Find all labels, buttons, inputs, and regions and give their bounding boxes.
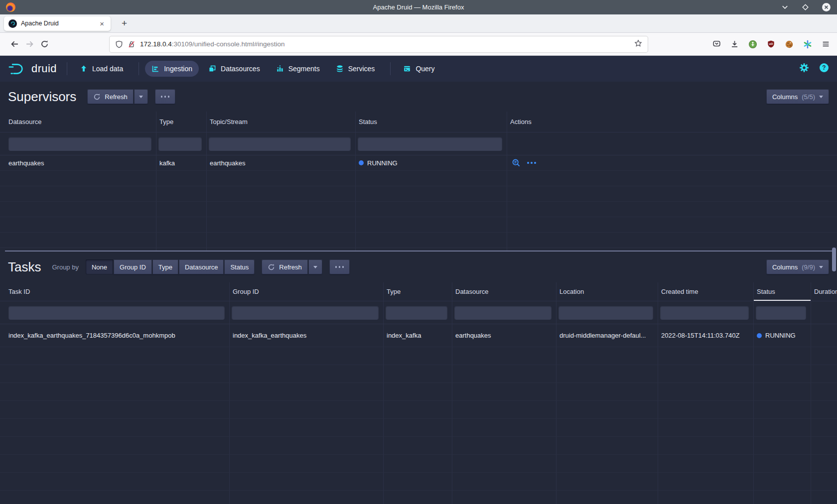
- supervisors-refresh-dropdown-button[interactable]: [134, 89, 148, 104]
- group-by-none-button[interactable]: None: [86, 259, 113, 274]
- druid-brand[interactable]: druid: [8, 62, 57, 75]
- filter-location-input[interactable]: [558, 306, 653, 320]
- downloads-icon[interactable]: [730, 40, 739, 48]
- extension-green-icon[interactable]: [748, 40, 757, 49]
- filter-status-input[interactable]: [358, 137, 502, 151]
- console-content: Supervisors Refresh Columns (5/5): [0, 82, 837, 504]
- col-header-type[interactable]: Type: [156, 112, 207, 132]
- supervisor-row[interactable]: earthquakes kafka earthquakes RUNNING: [0, 155, 837, 171]
- asterisk-extension-icon[interactable]: [803, 40, 812, 49]
- tab-close-icon[interactable]: ×: [98, 19, 106, 28]
- col-header-datasource[interactable]: Datasource: [0, 112, 156, 132]
- window-minimize-button[interactable]: [781, 3, 789, 11]
- tasks-columns-button[interactable]: Columns (9/9): [766, 259, 829, 274]
- col-header-type[interactable]: Type: [384, 282, 452, 301]
- supervisors-columns-button[interactable]: Columns (5/5): [766, 89, 829, 104]
- task-group-id: index_kafka_earthquakes: [230, 324, 384, 347]
- col-header-actions: Actions: [507, 112, 837, 132]
- nav-item-segments[interactable]: Segments: [270, 61, 326, 77]
- help-icon[interactable]: ?: [819, 63, 829, 75]
- col-header-duration[interactable]: Duration: [811, 282, 837, 301]
- refresh-icon: [268, 263, 275, 271]
- cookie-extension-icon[interactable]: [785, 40, 794, 49]
- tasks-table-header: Task ID Group ID Type Datasource Locatio…: [0, 282, 837, 301]
- group-by-status-button[interactable]: Status: [224, 259, 255, 274]
- filter-task-id-input[interactable]: [8, 306, 225, 320]
- window-maximize-button[interactable]: [801, 3, 810, 11]
- tasks-refresh-dropdown-button[interactable]: [308, 259, 322, 274]
- empty-row: [0, 419, 837, 437]
- druid-navbar: druid Load data Ingestion Datasources Se…: [0, 56, 837, 82]
- filter-datasource-input[interactable]: [454, 306, 552, 320]
- col-header-group-id[interactable]: Group ID: [230, 282, 384, 301]
- tasks-refresh-button[interactable]: Refresh: [262, 259, 308, 274]
- gantt-chart-icon: [151, 65, 159, 73]
- group-by-group-id-button[interactable]: Group ID: [114, 259, 152, 274]
- group-by-datasource-button[interactable]: Datasource: [179, 259, 224, 274]
- group-by-segmented-control: None Group ID Type Datasource Status: [86, 259, 255, 274]
- browser-tab-apache-druid[interactable]: Apache Druid ×: [4, 16, 111, 31]
- settings-gear-icon[interactable]: [799, 63, 809, 75]
- tasks-more-button[interactable]: [329, 259, 350, 274]
- filter-status-input[interactable]: [756, 306, 806, 320]
- supervisors-empty-rows: [0, 171, 837, 251]
- navbar-divider: [390, 62, 391, 75]
- refresh-icon: [93, 93, 101, 101]
- filter-datasource-input[interactable]: [8, 137, 151, 151]
- nav-item-services[interactable]: Services: [329, 61, 382, 77]
- empty-row: [0, 401, 837, 419]
- supervisors-pane: Supervisors Refresh Columns (5/5): [0, 82, 837, 251]
- nav-item-datasources[interactable]: Datasources: [202, 61, 267, 77]
- console-icon: [403, 65, 411, 73]
- col-header-task-id[interactable]: Task ID: [0, 282, 230, 301]
- empty-row: [0, 383, 837, 401]
- supervisors-more-button[interactable]: [155, 89, 176, 104]
- url-host: 172.18.0.4: [140, 40, 172, 48]
- supervisor-datasource: earthquakes: [0, 155, 156, 170]
- task-row[interactable]: index_kafka_earthquakes_7184357396d6c0a_…: [0, 324, 837, 347]
- col-header-location[interactable]: Location: [557, 282, 658, 301]
- col-header-datasource[interactable]: Datasource: [452, 282, 557, 301]
- view-details-magnifier-icon[interactable]: [512, 158, 521, 167]
- supervisors-header: Supervisors Refresh Columns (5/5): [0, 82, 837, 112]
- forward-button[interactable]: [22, 37, 37, 52]
- back-button[interactable]: [7, 37, 22, 52]
- filter-topic-stream-input[interactable]: [209, 137, 351, 151]
- row-more-actions-icon[interactable]: [527, 162, 536, 164]
- druid-logo-icon: [8, 63, 27, 75]
- scrollbar-thumb[interactable]: [832, 248, 836, 271]
- filter-group-id-input[interactable]: [232, 306, 379, 320]
- reload-button[interactable]: [37, 37, 52, 52]
- empty-row: [0, 455, 837, 473]
- filter-type-input[interactable]: [386, 306, 447, 320]
- empty-row: [0, 217, 837, 233]
- url-text[interactable]: 172.18.0.4:30109/unified-console.html#in…: [140, 40, 284, 48]
- col-header-topic-stream[interactable]: Topic/Stream: [207, 112, 356, 132]
- new-tab-button[interactable]: +: [118, 18, 131, 29]
- col-header-status[interactable]: Status: [356, 112, 507, 132]
- status-running-dot: [359, 160, 364, 165]
- tracking-shield-icon[interactable]: [115, 40, 123, 48]
- nav-item-ingestion[interactable]: Ingestion: [145, 61, 199, 77]
- menu-hamburger-icon[interactable]: [822, 40, 830, 48]
- nav-item-load-data[interactable]: Load data: [73, 61, 130, 77]
- ublock-origin-icon[interactable]: uO: [767, 40, 775, 48]
- url-bar[interactable]: 172.18.0.4:30109/unified-console.html#in…: [110, 36, 648, 52]
- supervisor-actions: [507, 155, 837, 170]
- supervisors-refresh-button[interactable]: Refresh: [87, 89, 134, 104]
- filter-type-input[interactable]: [158, 137, 202, 151]
- bookmark-star-icon[interactable]: [634, 39, 642, 49]
- group-by-type-button[interactable]: Type: [152, 259, 178, 274]
- empty-row: [0, 233, 837, 248]
- url-path: :30109/unified-console.html#ingestion: [172, 40, 285, 48]
- window-titlebar: Apache Druid — Mozilla Firefox: [0, 0, 837, 14]
- insecure-lock-icon[interactable]: [128, 40, 136, 48]
- pocket-icon[interactable]: [712, 40, 721, 48]
- window-close-button[interactable]: [822, 2, 831, 12]
- tasks-pane: Tasks Group by None Group ID Type Dataso…: [0, 252, 837, 504]
- task-location: druid-middlemanager-defaul...: [557, 324, 658, 347]
- nav-item-query[interactable]: Query: [397, 61, 441, 77]
- col-header-created-time[interactable]: Created time: [658, 282, 754, 301]
- filter-created-time-input[interactable]: [660, 306, 749, 320]
- col-header-status-sorted[interactable]: Status: [754, 282, 811, 301]
